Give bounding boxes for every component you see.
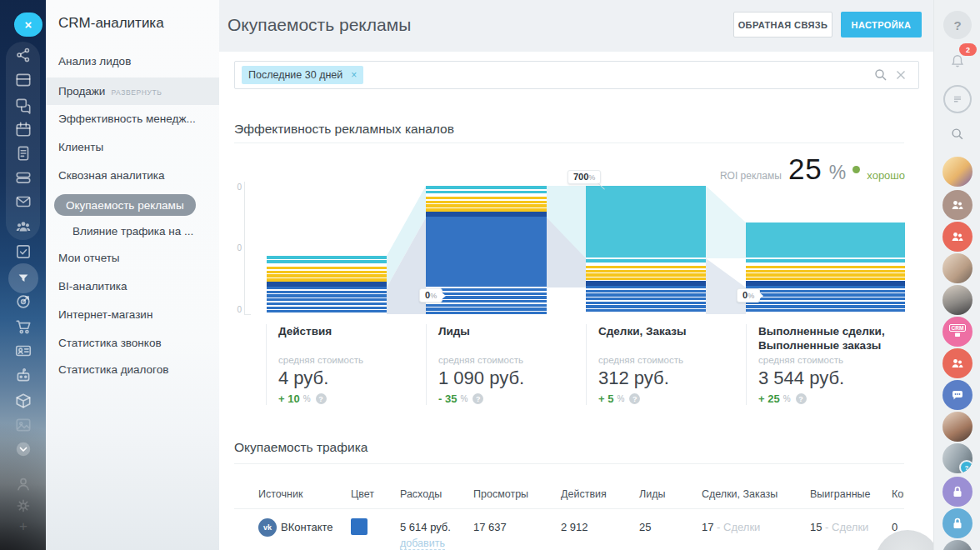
menu-item-call-statistics[interactable]: Статистика звонков bbox=[58, 337, 162, 349]
dialogs-icon[interactable] bbox=[943, 85, 972, 113]
menu-item-ad-payback-selected[interactable]: Окупаемость рекламы bbox=[54, 194, 196, 216]
traffic-table: Источник Цвет Расходы Просмотры Действия… bbox=[234, 482, 904, 550]
col-header-leads[interactable]: Лиды bbox=[639, 488, 665, 500]
col-header-expenses[interactable]: Расходы bbox=[400, 488, 442, 500]
col-header-color[interactable]: Цвет bbox=[351, 488, 374, 500]
help-icon[interactable]: ? bbox=[629, 393, 640, 404]
stage-card-leads: Лиды средняя стоимость 1 090 руб. - 35%? bbox=[426, 324, 580, 405]
add-plus-icon[interactable]: + bbox=[14, 518, 32, 536]
traffic-section-title: Окупаемость трафика bbox=[234, 440, 368, 455]
gallery-icon[interactable] bbox=[14, 416, 32, 434]
avatar-man-photo[interactable] bbox=[942, 253, 972, 283]
color-swatch[interactable] bbox=[351, 518, 368, 535]
funnel-column-deals[interactable] bbox=[586, 186, 706, 314]
kanban-icon[interactable] bbox=[14, 71, 32, 89]
conversion-tooltip-0-right: 0% bbox=[737, 288, 760, 302]
notifications-bell-icon[interactable]: 2 bbox=[943, 47, 972, 75]
section-divider-2 bbox=[234, 463, 904, 464]
menu-item-online-store[interactable]: Интернет-магазин bbox=[58, 308, 152, 321]
avatar-office-photo[interactable]: ? bbox=[942, 443, 972, 473]
close-icon: × bbox=[25, 18, 32, 32]
messenger-icon[interactable] bbox=[14, 96, 32, 114]
avatar-lock-blue[interactable] bbox=[942, 508, 972, 538]
menu-item-manager-efficiency[interactable]: Эффективность менедж... bbox=[58, 112, 196, 125]
col-header-deals[interactable]: Сделки, Заказы bbox=[702, 488, 778, 500]
col-header-actions[interactable]: Действия bbox=[561, 488, 607, 500]
avatar-lock-purple[interactable] bbox=[942, 477, 972, 507]
tag-remove-icon[interactable]: × bbox=[351, 69, 357, 81]
roi-value: 25 bbox=[788, 152, 822, 186]
marketing-target-icon[interactable] bbox=[14, 292, 32, 311]
avatar-status-badge: ? bbox=[959, 460, 972, 473]
right-rail: ? 2 CRM ? bbox=[933, 0, 980, 550]
apps-box-icon[interactable] bbox=[14, 392, 32, 410]
add-expenses-link[interactable]: добавить bbox=[400, 538, 445, 550]
profile-icon[interactable] bbox=[14, 475, 32, 493]
avatar-group-red[interactable] bbox=[942, 222, 972, 252]
menu-item-clients[interactable]: Клиенты bbox=[58, 141, 103, 153]
funnel-column-won[interactable] bbox=[746, 222, 905, 314]
y-tick-mid: 0 bbox=[225, 243, 242, 252]
menu-item-traffic-influence[interactable]: Влияние трафика на ... bbox=[72, 225, 193, 238]
close-menu-button[interactable]: × bbox=[14, 12, 42, 37]
notification-badge: 2 bbox=[959, 43, 977, 56]
col-header-conversion[interactable]: Конверсия bbox=[892, 488, 904, 500]
avatar-partial[interactable] bbox=[942, 540, 972, 550]
cell-expenses: 5 614 руб. bbox=[400, 521, 451, 533]
vkontakte-icon: vk bbox=[258, 518, 277, 537]
funnel-connector-2 bbox=[547, 186, 586, 314]
shop-cart-icon[interactable] bbox=[14, 318, 32, 336]
filter-tag[interactable]: Последние 30 дней × bbox=[242, 66, 363, 84]
section-divider bbox=[234, 142, 904, 143]
filter-tag-label: Последние 30 дней bbox=[248, 69, 342, 81]
stage-card-actions: Действия средняя стоимость 4 руб. + 10%? bbox=[266, 324, 420, 405]
help-icon[interactable]: ? bbox=[316, 393, 327, 404]
conversion-tooltip-700: 700% bbox=[568, 170, 601, 184]
search-icon[interactable] bbox=[873, 68, 888, 82]
menu-item-bi-analytics[interactable]: BI-аналитика bbox=[58, 280, 128, 292]
feedback-button[interactable]: ОБРАТНАЯ СВЯЗЬ bbox=[733, 12, 832, 38]
avatar-woman-cartoon[interactable] bbox=[942, 157, 972, 187]
cell-source[interactable]: ВКонтакте bbox=[281, 521, 333, 533]
help-icon[interactable]: ? bbox=[796, 393, 807, 404]
sidebar-search-icon[interactable] bbox=[943, 120, 972, 148]
avatar-chat-group[interactable] bbox=[942, 380, 972, 410]
feed-icon[interactable] bbox=[14, 46, 32, 64]
menu-item-sales[interactable]: ПродажиРАЗВЕРНУТЬ bbox=[58, 85, 162, 98]
avatar-crm-marketing[interactable]: CRM bbox=[942, 317, 972, 347]
main-content: Окупаемость рекламы ОБРАТНАЯ СВЯЗЬ НАСТР… bbox=[219, 0, 933, 550]
funnel-column-actions[interactable] bbox=[267, 256, 387, 314]
contact-card-icon[interactable] bbox=[14, 342, 32, 360]
calendar-icon[interactable] bbox=[14, 120, 32, 138]
filter-search-bar[interactable]: Последние 30 дней × bbox=[234, 61, 919, 89]
cell-actions: 2 912 bbox=[561, 521, 588, 533]
menu-item-dialog-statistics[interactable]: Статистика диалогов bbox=[58, 363, 168, 376]
help-icon[interactable]: ? bbox=[472, 393, 483, 404]
col-header-won[interactable]: Выигранные bbox=[810, 488, 871, 500]
mail-icon[interactable] bbox=[14, 192, 32, 211]
document-icon[interactable] bbox=[14, 144, 32, 162]
expand-label[interactable]: РАЗВЕРНУТЬ bbox=[111, 88, 162, 97]
avatar-group-red-2[interactable] bbox=[942, 348, 972, 378]
avatar-group-brown[interactable] bbox=[942, 190, 972, 220]
settings-gear-icon[interactable] bbox=[14, 497, 32, 515]
col-header-source[interactable]: Источник bbox=[258, 488, 302, 500]
settings-button[interactable]: НАСТРОЙКА bbox=[841, 12, 922, 38]
drive-icon[interactable] bbox=[14, 168, 32, 187]
bot-icon[interactable] bbox=[14, 366, 32, 384]
menu-item-lead-analysis[interactable]: Анализ лидов bbox=[58, 55, 131, 68]
clear-search-icon[interactable] bbox=[893, 68, 908, 82]
avatar-woman-photo-2[interactable] bbox=[942, 412, 972, 442]
menu-item-my-reports[interactable]: Мои отчеты bbox=[58, 252, 120, 264]
col-header-views[interactable]: Просмотры bbox=[473, 488, 528, 500]
expand-chevron-icon[interactable] bbox=[14, 440, 32, 458]
help-button[interactable]: ? bbox=[943, 11, 972, 39]
chart-y-axis bbox=[244, 182, 245, 315]
team-icon[interactable] bbox=[14, 218, 32, 236]
avatar-woman-photo[interactable] bbox=[942, 285, 972, 315]
tasks-icon[interactable] bbox=[14, 242, 32, 261]
cell-deals: 17 - Сделки bbox=[702, 521, 760, 533]
crm-icon-active[interactable] bbox=[8, 263, 38, 293]
main-header: Окупаемость рекламы ОБРАТНАЯ СВЯЗЬ НАСТР… bbox=[219, 0, 933, 52]
menu-item-end-to-end-analytics[interactable]: Сквозная аналитика bbox=[58, 169, 165, 182]
